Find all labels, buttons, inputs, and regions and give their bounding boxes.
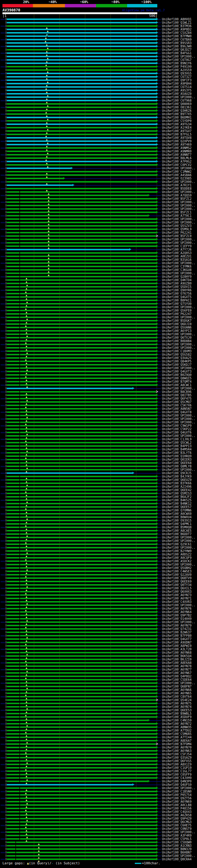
hit-label[interactable]: UniRef100_A5DUF9 (162, 715, 192, 719)
hit-label[interactable]: UniRef100_B5FZC2 (162, 197, 192, 200)
hit-label[interactable]: UniRef100_Q7OMN6 (162, 509, 192, 512)
hit-label[interactable]: UniRef100_Q6CMG3 (162, 820, 192, 824)
alignment-bar[interactable] (7, 222, 156, 223)
alignment-bar[interactable] (7, 544, 156, 545)
hit-label[interactable]: UniRef100_C1GP19 (162, 766, 192, 770)
hit-label[interactable]: UniRef100_Q8ITB5 (162, 394, 192, 397)
alignment-bar[interactable] (7, 493, 156, 494)
hit-label[interactable]: UniRef100_O93915 (162, 519, 192, 522)
hit-label[interactable]: UniRef100_C0PCV2 (162, 163, 192, 166)
hit-label[interactable]: UniRef100_C1MWW2 (162, 170, 192, 173)
alignment-bar[interactable] (7, 374, 156, 376)
alignment-bar[interactable] (7, 354, 156, 355)
alignment-bar[interactable] (7, 489, 156, 491)
alignment-bar[interactable] (7, 713, 156, 714)
hit-label[interactable]: UniRef100_B8PAI1 (162, 299, 192, 302)
alignment-bar[interactable] (7, 699, 156, 701)
alignment-bar[interactable] (7, 737, 156, 738)
alignment-bar[interactable] (7, 83, 156, 84)
hit-label[interactable]: UniRef100_C4WSE3 (162, 570, 192, 573)
hit-label[interactable]: UniRef100_Q6F475 (162, 397, 192, 400)
hit-label[interactable]: UniRef100_A8E6A7 (162, 739, 192, 742)
alignment-bar[interactable] (7, 770, 156, 772)
hit-label[interactable]: UniRef100_A6YN68 (162, 651, 192, 654)
hit-label[interactable]: UniRef100_A1YKE4 (162, 126, 192, 129)
hit-label[interactable]: UniRef100_A9TG34 (162, 123, 192, 126)
hit-label[interactable]: UniRef100_Q1WLZ1 (162, 21, 192, 24)
hit-label[interactable]: UniRef100_Q3UA25 (162, 356, 192, 360)
alignment-bar[interactable] (7, 22, 156, 23)
alignment-bar[interactable] (7, 110, 156, 112)
hit-label[interactable]: UniRef100_Q22AV0 (162, 573, 192, 577)
hit-label[interactable]: UniRef100_A0CLB8 (162, 803, 192, 807)
hit-label[interactable]: UniRef100_Q4PMC1 (162, 522, 192, 526)
hit-label[interactable]: UniRef100_A8X1I9 (162, 763, 192, 766)
alignment-bar[interactable] (7, 293, 156, 294)
alignment-bar[interactable] (7, 69, 156, 71)
hit-label[interactable]: UniRef100_O14049 (162, 617, 192, 620)
alignment-bar[interactable] (7, 814, 156, 816)
hit-label[interactable]: UniRef100_A1CRN3 (162, 844, 192, 847)
alignment-bar[interactable] (7, 462, 156, 464)
hit-label[interactable]: UniRef100_Q74Z31 (162, 627, 192, 630)
alignment-bar[interactable] (7, 401, 156, 403)
hit-label[interactable]: UniRef100_P05754 (162, 793, 192, 797)
alignment-bar[interactable] (7, 141, 156, 142)
hit-label[interactable]: UniRef100_UPI000.. (162, 366, 195, 370)
alignment-bar[interactable] (7, 425, 156, 427)
alignment-bar[interactable] (7, 791, 156, 792)
alignment-bar[interactable] (7, 547, 156, 548)
alignment-bar[interactable] (7, 598, 156, 599)
alignment-bar[interactable] (7, 347, 156, 348)
alignment-bar[interactable] (7, 469, 156, 470)
hit-label[interactable]: UniRef100_A6YN71 (162, 597, 192, 600)
hit-label[interactable]: UniRef100_UPI000.. (162, 204, 195, 207)
hit-label[interactable]: UniRef100_A7TDU2 (162, 729, 192, 732)
alignment-bar[interactable] (7, 652, 156, 653)
alignment-bar[interactable] (7, 588, 156, 589)
alignment-bar[interactable] (7, 239, 156, 240)
hit-label[interactable]: UniRef100_A9NMR0 (162, 150, 192, 153)
alignment-bar[interactable] (7, 604, 156, 606)
hit-label[interactable]: UniRef100_B4M5R4 (162, 448, 192, 451)
alignment-bar[interactable] (7, 567, 156, 569)
hit-label[interactable]: UniRef100_UPI000.. (162, 200, 195, 204)
hit-label[interactable]: UniRef100_C1BSN0 (162, 790, 192, 793)
hit-label[interactable]: UniRef100_UPI000.. (162, 55, 195, 58)
alignment-bar[interactable] (7, 313, 156, 315)
alignment-bar[interactable] (7, 93, 156, 95)
alignment-bar[interactable] (7, 513, 156, 515)
hit-label[interactable]: UniRef100_Q6EE57 (162, 505, 192, 509)
hit-label[interactable]: UniRef100_Q7SYU0 (162, 302, 192, 305)
alignment-bar[interactable] (7, 784, 132, 785)
hit-label[interactable]: UniRef100_A6YN67 (162, 671, 192, 675)
alignment-bar[interactable] (7, 381, 156, 382)
hit-label[interactable]: UniRef100_UPI000.. (162, 333, 195, 336)
hit-label[interactable]: UniRef100_C5K7X6 (162, 404, 192, 407)
alignment-bar[interactable] (7, 516, 156, 518)
hit-label[interactable]: UniRef100_Q56FE0 (162, 309, 192, 312)
hit-label[interactable]: UniRef100_B4PPI3 (162, 444, 192, 448)
alignment-bar[interactable] (7, 178, 63, 179)
hit-label[interactable]: UniRef100_Q4GXT7 (162, 638, 192, 641)
alignment-bar[interactable] (7, 283, 156, 284)
alignment-bar[interactable] (7, 804, 156, 806)
hit-label[interactable]: UniRef100_A6YN70 (162, 746, 192, 749)
hit-label[interactable]: UniRef100_B7FGL5 (162, 133, 192, 136)
alignment-bar[interactable] (7, 367, 156, 369)
hit-label[interactable]: UniRef100_B7FMW0 (162, 34, 192, 38)
hit-label[interactable]: UniRef100_C9W1P9 (162, 424, 192, 427)
alignment-bar[interactable] (7, 195, 148, 196)
alignment-bar[interactable] (7, 371, 156, 372)
hit-label[interactable]: UniRef100_Q6XIL5 (162, 587, 192, 590)
hit-label[interactable]: UniRef100_UPI000.. (162, 536, 195, 539)
alignment-bar[interactable] (7, 621, 156, 623)
hit-label[interactable]: UniRef100_Q28HY9 (162, 275, 192, 278)
alignment-bar[interactable] (7, 127, 156, 128)
alignment-bar[interactable] (7, 852, 156, 853)
hit-label[interactable]: UniRef100_Q6BTV9 (162, 577, 192, 580)
hit-label[interactable]: UniRef100_A5AUZ0 (162, 92, 192, 95)
alignment-bar[interactable] (7, 19, 156, 20)
alignment-bar[interactable] (7, 435, 156, 437)
hit-label[interactable]: UniRef100_Q5CWL2 (162, 441, 192, 444)
